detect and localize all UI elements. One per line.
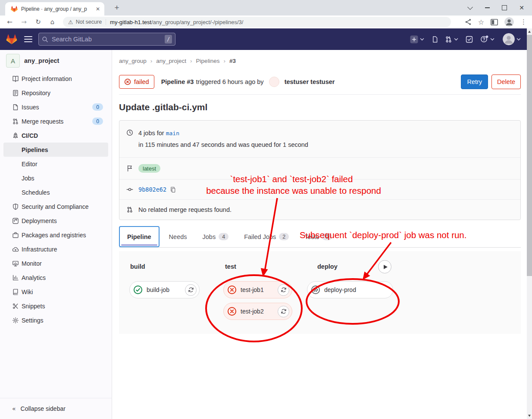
breadcrumb-pipelines[interactable]: Pipelines	[196, 58, 220, 64]
sidebar-item-packages-and-registries[interactable]: Packages and registries	[0, 228, 112, 242]
pipeline-status-badge[interactable]: failed	[119, 75, 154, 89]
merge-request-icon	[445, 36, 452, 43]
retry-button[interactable]: Retry	[461, 74, 488, 89]
bookmark-star-icon[interactable]: ☆	[478, 18, 484, 26]
help-question-icon	[480, 35, 488, 43]
breadcrumb-pipeline-id: #3	[229, 58, 236, 64]
gitlab-logo-icon[interactable]	[6, 34, 17, 45]
merge-request-icon	[126, 206, 133, 213]
issues-doc-icon	[432, 36, 438, 43]
help-menu-button[interactable]	[480, 35, 494, 43]
main-content: any_group › any_project › Pipelines › #3…	[113, 50, 527, 419]
sidebar-item-settings[interactable]: Settings	[0, 313, 112, 327]
sidebar-item-jobs[interactable]: Jobs	[0, 171, 112, 185]
scroll-down-arrow-icon[interactable]	[528, 415, 531, 417]
merge-requests-nav-button[interactable]	[445, 36, 458, 43]
back-icon[interactable]: ←	[3, 18, 17, 26]
window-maximize-button[interactable]	[496, 0, 513, 16]
new-tab-button[interactable]: +	[111, 2, 122, 13]
screen: Pipeline · any_group / any_p ✕ + ✕ ← → ↻…	[0, 0, 532, 419]
scrollbar-thumb[interactable]	[527, 35, 532, 276]
retry-job-button[interactable]	[278, 306, 289, 317]
tab-tests[interactable]: Tests 0	[298, 226, 338, 247]
collapse-sidebar-button[interactable]: « Collapse sidebar	[0, 398, 112, 419]
browser-menu-icon[interactable]: ⋮	[520, 18, 527, 26]
browser-tab[interactable]: Pipeline · any_group / any_p ✕	[5, 2, 104, 16]
breadcrumb: any_group › any_project › Pipelines › #3	[119, 50, 521, 64]
sidebar-item-snippets[interactable]: Snippets	[0, 299, 112, 313]
todos-nav-button[interactable]	[466, 36, 473, 43]
reload-icon[interactable]: ↻	[31, 18, 45, 26]
stage-play-button[interactable]	[378, 260, 391, 273]
no-merge-requests-text: No related merge requests found.	[138, 206, 232, 213]
copy-icon[interactable]	[170, 186, 176, 193]
scissors-icon	[12, 303, 19, 310]
hamburger-menu-icon[interactable]	[24, 36, 32, 42]
search-input[interactable]	[51, 35, 162, 43]
cloud-gear-icon	[12, 246, 19, 253]
stage-label-test: test	[225, 263, 236, 270]
sidebar-item-pipelines[interactable]: Pipelines	[3, 143, 108, 157]
vertical-scrollbar[interactable]	[527, 28, 532, 419]
sidebar-item-security-and-compliance[interactable]: Security and Compliance	[0, 199, 112, 214]
sidebar-project-header[interactable]: A any_project	[0, 50, 112, 71]
tab-needs[interactable]: Needs	[163, 226, 193, 247]
global-search[interactable]: /	[38, 33, 175, 46]
browser-profile-avatar[interactable]	[504, 17, 514, 27]
tab-jobs[interactable]: Jobs 4	[197, 226, 235, 247]
branch-link[interactable]: main	[166, 130, 179, 137]
job-pill-build-job[interactable]: build-job	[129, 281, 200, 298]
retry-icon	[188, 287, 194, 293]
tab-search-chevron-icon[interactable]	[461, 0, 479, 16]
sidebar-item-issues[interactable]: Issues 0	[0, 100, 112, 114]
scroll-up-arrow-icon[interactable]	[528, 31, 531, 33]
window-close-button[interactable]: ✕	[513, 0, 530, 16]
retry-job-button[interactable]	[278, 284, 289, 296]
sidebar-item-repository[interactable]: Repository	[0, 86, 112, 100]
sidebar-item-merge-requests[interactable]: Merge requests 0	[0, 114, 112, 128]
tab-failed-jobs[interactable]: Failed Jobs 2	[238, 226, 295, 247]
job-pill-test-job2[interactable]: test-job2	[223, 303, 292, 320]
sidebar-item-infrastructure[interactable]: Infrastructure	[0, 242, 112, 256]
navbar-actions	[410, 33, 521, 45]
tab-pipeline[interactable]: Pipeline	[119, 226, 160, 247]
breadcrumb-group[interactable]: any_group	[119, 58, 147, 64]
sidebar-item-analytics[interactable]: Analytics	[0, 270, 112, 285]
forward-icon[interactable]: →	[17, 18, 31, 26]
sidebar-item-project-information[interactable]: Project information	[0, 71, 112, 86]
gear-icon	[12, 317, 19, 324]
sidebar-item-cicd[interactable]: CI/CD	[0, 128, 112, 143]
breadcrumb-project[interactable]: any_project	[156, 58, 186, 64]
sidebar-item-deployments[interactable]: Deployments	[0, 214, 112, 228]
pipeline-tabs: Pipeline Needs Jobs 4 Failed Jobs 2 Test…	[119, 226, 521, 248]
home-icon[interactable]: ⌂	[45, 18, 59, 26]
trigger-user-name[interactable]: testuser testuser	[285, 78, 335, 85]
status-failed-icon	[227, 285, 237, 295]
trigger-user-avatar[interactable]	[269, 77, 279, 87]
job-pill-test-job1[interactable]: test-job1	[223, 281, 292, 298]
job-pill-deploy-prod[interactable]: deploy-prod	[307, 281, 393, 298]
new-menu-button[interactable]	[410, 35, 424, 43]
delete-button[interactable]: Delete	[491, 74, 521, 89]
sidebar-item-wiki[interactable]: Wiki	[0, 285, 112, 299]
tab-close-icon[interactable]: ✕	[96, 6, 100, 12]
url-box[interactable]: ⚠ Not secure my-gitlab-h1.test /any_grou…	[63, 17, 451, 27]
side-panel-icon[interactable]	[491, 19, 498, 25]
shield-icon	[12, 203, 19, 210]
job-name: test-job1	[241, 286, 274, 293]
share-icon[interactable]	[465, 19, 472, 25]
retry-job-button[interactable]	[185, 284, 197, 296]
sidebar-item-monitor[interactable]: Monitor	[0, 256, 112, 270]
window-minimize-button[interactable]	[479, 0, 496, 16]
tab-title: Pipeline · any_group / any_p	[21, 6, 92, 12]
issues-icon	[12, 104, 19, 111]
address-bar-actions: ☆ ⋮	[465, 17, 532, 27]
user-menu-button[interactable]	[503, 33, 521, 45]
sidebar-item-editor[interactable]: Editor	[0, 157, 112, 171]
sidebar-item-schedules[interactable]: Schedules	[0, 185, 112, 199]
merge-request-icon	[12, 118, 19, 125]
window-controls: ✕	[461, 0, 530, 16]
commit-sha-link[interactable]: 9b802e62	[138, 186, 166, 193]
issues-nav-button[interactable]	[432, 36, 438, 43]
commit-row: 9b802e62	[119, 179, 520, 199]
